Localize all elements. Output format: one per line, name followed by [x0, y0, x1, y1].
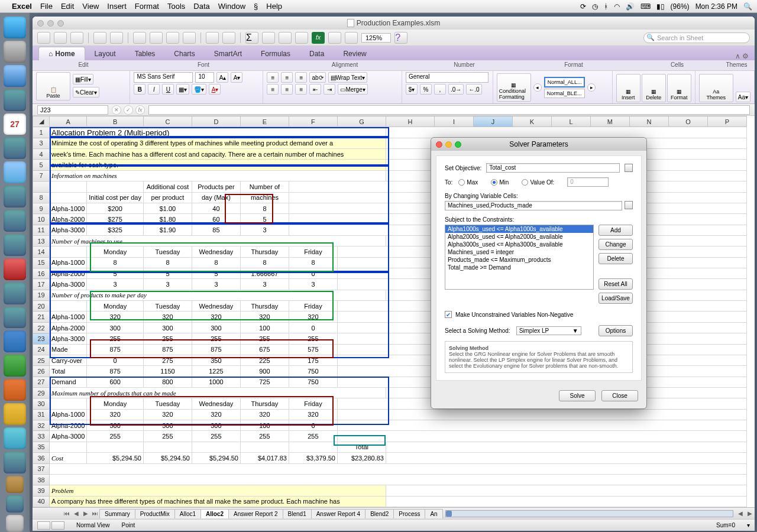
- tab-charts[interactable]: Charts: [164, 47, 204, 60]
- radio-valueof[interactable]: Value Of:: [522, 179, 554, 186]
- tab-nav-last-icon[interactable]: ⏭: [90, 510, 100, 517]
- clear-button[interactable]: ✎ Clear ▾: [73, 87, 99, 98]
- italic-button[interactable]: I: [148, 84, 160, 95]
- dock-excel-icon[interactable]: [4, 355, 26, 377]
- dock-downloads-icon[interactable]: [6, 495, 24, 512]
- tab-tables[interactable]: Tables: [125, 47, 165, 60]
- themes-button[interactable]: AaThemes: [699, 74, 733, 102]
- menu-edit[interactable]: Edit: [61, 2, 74, 11]
- bycells-input[interactable]: Machines_used,Products_made: [445, 201, 622, 210]
- style-next-icon[interactable]: ▸: [587, 83, 596, 92]
- orientation-icon[interactable]: ab⟳: [309, 72, 325, 83]
- menu-tools[interactable]: Tools: [167, 2, 185, 11]
- constraint-row[interactable]: Alpha3000s_used <= Alpha3000s_available: [445, 241, 593, 248]
- sheet-tab-alloc2[interactable]: Alloc2: [200, 509, 229, 518]
- tab-nav-first-icon[interactable]: ⏮: [62, 510, 72, 517]
- spotlight-icon[interactable]: 🔍: [743, 2, 752, 11]
- dock-outlook-icon[interactable]: [4, 403, 26, 425]
- percent-icon[interactable]: %: [420, 84, 432, 95]
- style-normal-ble[interactable]: Normal_BLE...: [544, 89, 585, 98]
- comma-icon[interactable]: ,: [434, 84, 446, 95]
- cut-icon[interactable]: [133, 32, 146, 44]
- close-solver-button[interactable]: Close: [601, 390, 638, 401]
- radio-max[interactable]: Max: [458, 179, 478, 186]
- solver-titlebar[interactable]: Solver Parameters: [431, 138, 646, 151]
- sheet-tab-answer2[interactable]: Answer Report 2: [228, 509, 283, 518]
- dock-comm-icon[interactable]: [4, 427, 26, 449]
- show-hide-icon[interactable]: [345, 32, 358, 44]
- set-objective-input[interactable]: Total_cost: [486, 163, 620, 173]
- menubar-clock[interactable]: Mon 2:36 PM: [695, 2, 737, 11]
- redo-icon[interactable]: [110, 32, 123, 44]
- format-cells-button[interactable]: ▦Format: [667, 74, 691, 102]
- fill-button[interactable]: ▦ Fill ▾: [73, 74, 93, 85]
- options-button[interactable]: Options: [599, 325, 633, 336]
- dock-trash-icon[interactable]: [6, 515, 24, 532]
- menu-data[interactable]: Data: [193, 2, 209, 11]
- tab-home[interactable]: ⌂Home: [38, 47, 85, 60]
- volume-icon[interactable]: 🔊: [626, 2, 635, 11]
- status-resize-icon[interactable]: ▾: [747, 522, 750, 528]
- dock-word-icon[interactable]: [4, 330, 26, 352]
- dock-calendar-icon[interactable]: 27: [4, 113, 26, 135]
- link-icon[interactable]: [206, 32, 219, 44]
- wifi-icon[interactable]: ◠: [614, 2, 620, 11]
- sheet-tab-summary[interactable]: Summary: [99, 509, 135, 518]
- tab-smartart[interactable]: SmartArt: [205, 47, 251, 60]
- clock-icon[interactable]: ◷: [592, 2, 598, 11]
- undo-icon[interactable]: [93, 32, 106, 44]
- minimize-window-icon[interactable]: [47, 20, 54, 27]
- select-all-corner[interactable]: ◢: [33, 116, 50, 127]
- conditional-formatting-button[interactable]: ▦Conditional Formatting: [497, 73, 531, 102]
- align-top-icon[interactable]: ≡: [267, 72, 279, 83]
- dock-messenger-icon[interactable]: [4, 452, 26, 473]
- style-normal-all[interactable]: Normal_ALL...: [544, 77, 585, 87]
- dock-ichat-icon[interactable]: [4, 89, 26, 111]
- search-in-sheet-input[interactable]: Search in Sheet: [643, 33, 750, 43]
- constraint-row[interactable]: Alpha1000s_used <= Alpha1000s_available: [445, 225, 593, 233]
- wrap-text-button[interactable]: ▤ Wrap Text ▾: [328, 72, 368, 83]
- valueof-input[interactable]: 0: [567, 177, 609, 187]
- align-center-icon[interactable]: ≡: [281, 84, 293, 95]
- dock-app1-icon[interactable]: [4, 258, 26, 280]
- reset-all-button[interactable]: Reset All: [599, 278, 633, 290]
- solver-zoom-icon[interactable]: [455, 141, 461, 148]
- dock-preview-icon[interactable]: [4, 210, 26, 232]
- refresh-icon[interactable]: [222, 32, 235, 44]
- paste-icon[interactable]: [166, 32, 179, 44]
- sheet-tab-productmix[interactable]: ProductMix: [135, 509, 175, 518]
- sheet-tab-answer4[interactable]: Answer Report 4: [311, 509, 365, 518]
- border-button[interactable]: ▦▾: [176, 84, 189, 95]
- inc-decimal-icon[interactable]: .0→: [448, 84, 464, 95]
- sort-desc-icon[interactable]: [279, 32, 292, 44]
- font-color-button[interactable]: A▾: [209, 84, 221, 95]
- dock-dashboard-icon[interactable]: [4, 41, 26, 63]
- help-icon[interactable]: ?: [394, 32, 407, 44]
- sheet-tab-blend2[interactable]: Blend2: [365, 509, 394, 518]
- tab-nav-next-icon[interactable]: ▶: [81, 510, 90, 517]
- font-name-dropdown[interactable]: MS Sans Serif: [134, 72, 193, 83]
- menu-insert[interactable]: Insert: [107, 2, 127, 11]
- dock-folder-icon[interactable]: [6, 476, 24, 493]
- constraints-list[interactable]: Alpha1000s_used <= Alpha1000s_available …: [445, 225, 594, 290]
- load-save-button[interactable]: Load/Save: [599, 293, 633, 304]
- cancel-formula-icon[interactable]: ✕: [112, 105, 121, 115]
- fx-formula-icon[interactable]: fx: [135, 105, 145, 115]
- formula-bar[interactable]: [148, 105, 750, 115]
- shrink-font-icon[interactable]: A▾: [231, 72, 242, 83]
- menu-window[interactable]: Window: [218, 2, 245, 11]
- solving-method-dropdown[interactable]: Simplex LP▼: [516, 326, 581, 335]
- tab-data[interactable]: Data: [300, 47, 334, 60]
- close-window-icon[interactable]: [37, 20, 44, 27]
- fill-color-button[interactable]: 🪣▾: [192, 84, 206, 95]
- dock-spaces-icon[interactable]: [4, 234, 26, 256]
- solver-minimize-icon[interactable]: [445, 141, 452, 148]
- align-bottom-icon[interactable]: ≡: [295, 72, 307, 83]
- page-layout-view-icon[interactable]: [51, 521, 64, 530]
- dec-decimal-icon[interactable]: ←.0: [466, 84, 481, 95]
- number-format-dropdown[interactable]: General: [406, 72, 489, 83]
- autosum-icon[interactable]: Σ: [245, 32, 258, 44]
- battery-icon[interactable]: ▮▯: [656, 2, 665, 11]
- nonneg-checkbox[interactable]: ✔: [445, 311, 452, 318]
- zoom-dropdown[interactable]: 125%: [361, 33, 391, 43]
